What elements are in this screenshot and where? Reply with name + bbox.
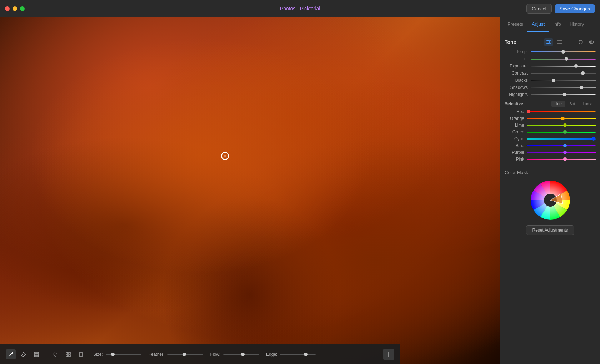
blacks-slider-row: Blacks bbox=[505, 78, 596, 83]
sliders-icon-btn[interactable] bbox=[544, 38, 553, 46]
main-layout: Size: Feather: Flow: Edge: bbox=[0, 17, 600, 364]
flow-slider[interactable] bbox=[223, 354, 259, 355]
cyan-thumb bbox=[592, 137, 595, 141]
green-slider[interactable] bbox=[527, 132, 596, 133]
purple-label: Purple bbox=[505, 150, 524, 155]
purple-slider-row: Purple bbox=[505, 150, 596, 155]
mask-tool-btn[interactable] bbox=[63, 349, 73, 359]
tab-adjust[interactable]: Adjust bbox=[528, 17, 549, 32]
cyan-slider[interactable] bbox=[527, 138, 596, 140]
crop-tool-btn[interactable] bbox=[76, 349, 86, 359]
svg-point-15 bbox=[547, 40, 549, 41]
orange-slider-row: Orange bbox=[505, 116, 596, 121]
flow-label: Flow: bbox=[210, 352, 220, 357]
pink-slider[interactable] bbox=[527, 159, 596, 160]
svg-rect-1 bbox=[34, 352, 39, 353]
feather-control: Feather: bbox=[149, 352, 203, 357]
edge-control: Edge: bbox=[266, 352, 316, 357]
bottom-toolbar: Size: Feather: Flow: Edge: bbox=[0, 344, 400, 364]
hue-tab[interactable]: Hue bbox=[551, 101, 565, 107]
titlebar-actions: Cancel Save Changes bbox=[526, 4, 595, 14]
panel-content[interactable]: Tone bbox=[500, 32, 600, 364]
feather-slider[interactable] bbox=[167, 354, 203, 355]
blue-slider[interactable] bbox=[527, 145, 596, 146]
eraser-tool-btn[interactable] bbox=[19, 349, 29, 359]
size-slider[interactable] bbox=[106, 354, 141, 355]
tone-icons bbox=[544, 38, 596, 46]
orange-thumb bbox=[561, 117, 565, 120]
compare-button[interactable] bbox=[383, 349, 394, 360]
pink-label: Pink bbox=[505, 157, 524, 162]
tab-history[interactable]: History bbox=[565, 17, 588, 32]
green-label: Green bbox=[505, 130, 524, 135]
svg-rect-5 bbox=[66, 352, 68, 354]
photo-canvas[interactable]: Size: Feather: Flow: Edge: bbox=[0, 17, 500, 364]
purple-slider[interactable] bbox=[527, 152, 596, 153]
orange-slider[interactable] bbox=[527, 118, 596, 119]
brush-cursor-dot bbox=[224, 155, 226, 157]
reset-icon-btn[interactable] bbox=[576, 38, 585, 46]
panel-tabs: Presets Adjust Info History bbox=[500, 17, 600, 32]
reset-adjustments-button[interactable]: Reset Adjustments bbox=[526, 225, 574, 235]
red-slider-row: Red bbox=[505, 109, 596, 114]
svg-point-23 bbox=[591, 41, 592, 43]
color-wheel[interactable] bbox=[529, 179, 572, 222]
exposure-thumb bbox=[574, 64, 578, 68]
highlights-label: Highlights bbox=[505, 92, 528, 97]
color-mask-title: Color Mask bbox=[505, 170, 596, 175]
brush-tool-btn[interactable] bbox=[6, 349, 16, 359]
edge-slider[interactable] bbox=[280, 354, 316, 355]
svg-rect-7 bbox=[66, 355, 68, 357]
close-button[interactable] bbox=[5, 6, 10, 11]
size-label: Size: bbox=[93, 352, 103, 357]
blacks-label: Blacks bbox=[505, 78, 528, 83]
color-mask-section: Color Mask bbox=[505, 166, 596, 222]
shadows-slider[interactable] bbox=[531, 87, 596, 88]
blue-slider-row: Blue bbox=[505, 143, 596, 148]
exposure-slider[interactable] bbox=[531, 66, 596, 67]
fullscreen-button[interactable] bbox=[20, 6, 25, 11]
luma-tab[interactable]: Luma bbox=[579, 101, 596, 107]
cancel-button[interactable]: Cancel bbox=[526, 4, 551, 14]
right-panel: Presets Adjust Info History Tone bbox=[500, 17, 600, 364]
highlights-thumb bbox=[563, 93, 566, 96]
svg-point-16 bbox=[549, 41, 550, 43]
tint-slider[interactable] bbox=[531, 59, 596, 60]
tone-section-header: Tone bbox=[505, 35, 596, 49]
temp-slider-row: Temp. bbox=[505, 49, 596, 54]
tab-presets[interactable]: Presets bbox=[503, 17, 528, 32]
flow-control: Flow: bbox=[210, 352, 259, 357]
window-title: Photos - Picktorial bbox=[280, 6, 320, 11]
save-button[interactable]: Save Changes bbox=[555, 4, 595, 13]
tint-thumb bbox=[565, 57, 568, 61]
selective-tabs: Hue Sat Luma bbox=[551, 101, 596, 107]
pink-thumb bbox=[563, 157, 567, 161]
svg-rect-8 bbox=[69, 355, 70, 357]
temp-slider[interactable] bbox=[531, 51, 596, 52]
svg-rect-2 bbox=[34, 354, 39, 355]
contrast-slider[interactable] bbox=[531, 73, 596, 74]
blacks-slider[interactable] bbox=[531, 80, 596, 81]
red-slider[interactable] bbox=[527, 111, 596, 112]
green-slider-row: Green bbox=[505, 130, 596, 135]
size-control: Size: bbox=[93, 352, 141, 357]
feather-label: Feather: bbox=[149, 352, 165, 357]
tint-slider-row: Tint bbox=[505, 56, 596, 61]
tab-info[interactable]: Info bbox=[549, 17, 565, 32]
list-icon-btn[interactable] bbox=[555, 38, 564, 46]
lime-label: Lime bbox=[505, 123, 524, 128]
green-thumb bbox=[563, 130, 567, 134]
minimize-button[interactable] bbox=[12, 6, 17, 11]
add-icon-btn[interactable] bbox=[566, 38, 574, 46]
highlights-slider-row: Highlights bbox=[505, 92, 596, 97]
sat-tab[interactable]: Sat bbox=[566, 101, 579, 107]
pink-slider-row: Pink bbox=[505, 157, 596, 162]
tint-label: Tint bbox=[505, 56, 528, 61]
adjustment-tool-btn[interactable] bbox=[31, 349, 41, 359]
eye-icon-btn[interactable] bbox=[587, 38, 596, 46]
size-slider-thumb bbox=[111, 353, 115, 356]
highlights-slider[interactable] bbox=[531, 94, 596, 95]
lime-slider[interactable] bbox=[527, 125, 596, 126]
lasso-tool-btn[interactable] bbox=[50, 349, 60, 359]
orange-label: Orange bbox=[505, 116, 524, 121]
